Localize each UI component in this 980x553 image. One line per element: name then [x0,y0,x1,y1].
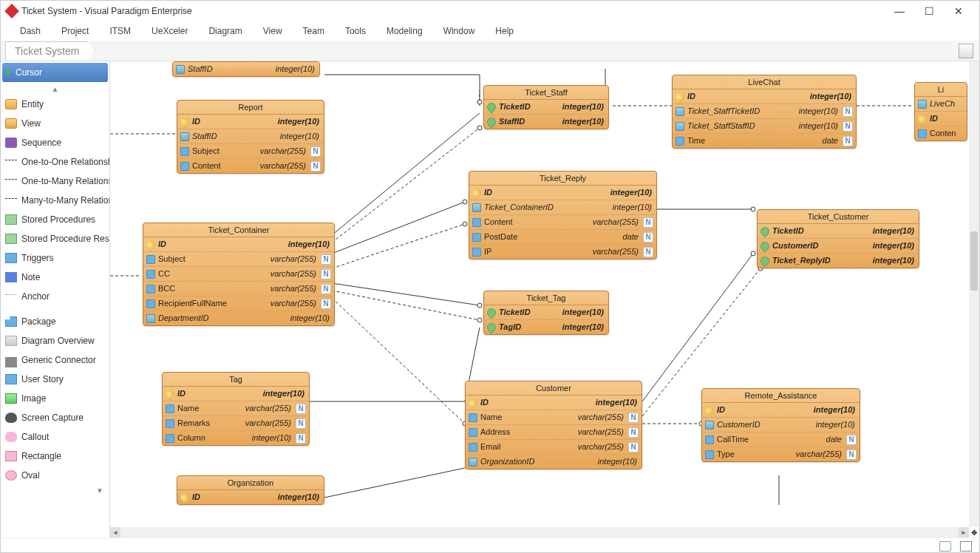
palette-anchor[interactable]: Anchor [1,287,109,306]
palette-note[interactable]: Note [1,268,109,287]
horizontal-scrollbar[interactable]: ◄ ► [110,527,969,537]
palette-cursor[interactable]: Cursor [2,63,108,82]
entity-column-row[interactable]: TagIDinteger(10) [484,320,608,334]
edit-icon[interactable] [960,541,972,552]
menu-team[interactable]: Team [293,23,335,39]
palette-triggers[interactable]: Triggers [1,248,109,268]
palette-sequence[interactable]: Sequence [1,133,109,152]
breadcrumb-right-button[interactable] [959,44,973,58]
palette-user-story[interactable]: User Story [1,370,109,389]
menu-help[interactable]: Help [485,23,524,39]
vertical-scrollbar[interactable] [969,61,979,527]
palette-one-to-one[interactable]: One-to-One Relationship [1,152,109,172]
entity-column-row[interactable]: CallTimedateN [702,432,860,447]
entity-column-row[interactable]: CustomerIDinteger(10) [758,239,919,254]
entity-column-row[interactable]: IDinteger(10) [702,403,860,418]
entity-column-row[interactable]: TicketIDinteger(10) [484,305,608,320]
entity-report[interactable]: ReportIDinteger(10)StaffIDinteger(10)Sub… [177,100,324,174]
entity-column-row[interactable]: IDinteger(10) [143,237,334,252]
entity-ticket-tag[interactable]: Ticket_TagTicketIDinteger(10)TagIDintege… [483,291,609,335]
palette-oval[interactable]: Oval [1,466,109,485]
palette-rectangle[interactable]: Rectangle [1,447,109,466]
entity-column-row[interactable]: ID [915,112,967,126]
palette-view[interactable]: View [1,114,109,133]
entity-column-row[interactable]: CCvarchar(255)N [143,267,334,282]
maximize-button[interactable]: ☐ [914,1,944,21]
entity-customer[interactable]: CustomerIDinteger(10)Namevarchar(255)NAd… [465,381,642,469]
minimize-button[interactable]: — [885,1,914,21]
palette-stored-proc-result[interactable]: Stored Procedure Resultset [1,229,109,248]
entity-tag[interactable]: TagIDinteger(10)Namevarchar(255)NRemarks… [162,372,310,446]
menu-dash[interactable]: Dash [10,23,51,39]
entity-column-row[interactable]: IDinteger(10) [177,490,324,504]
entity-column-row[interactable]: TicketIDinteger(10) [758,224,919,239]
entity-column-row[interactable]: OrganizationIDinteger(10) [466,455,642,469]
palette-collapse-up[interactable]: ▲ [1,84,109,95]
entity-column-row[interactable]: Ticket_ReplyIDinteger(10) [758,254,919,268]
palette-package[interactable]: Package [1,312,109,331]
entity-ticket-container[interactable]: Ticket_ContainerIDinteger(10)Subjectvarc… [143,223,335,326]
diagram-canvas[interactable]: StaffIDinteger(10) ReportIDinteger(10)St… [110,61,967,520]
palette-one-to-many[interactable]: One-to-Many Relationship [1,172,109,191]
menu-itsm[interactable]: ITSM [99,23,141,39]
entity-ticket-customer[interactable]: Ticket_CustomerTicketIDinteger(10)Custom… [757,209,919,268]
entity-column-row[interactable]: IPvarchar(255)N [469,245,656,259]
pan-navigator-icon[interactable]: ✥ [969,527,979,537]
palette-screen-capture[interactable]: Screen Capture [1,408,109,427]
menu-project[interactable]: Project [51,23,99,39]
entity-ticket-reply[interactable]: Ticket_ReplyIDinteger(10)Ticket_Containe… [469,171,657,259]
entity-column-row[interactable]: Ticket_StaffTicketIDinteger(10)N [673,104,856,119]
menu-uexceler[interactable]: UeXceler [141,23,198,39]
palette-callout[interactable]: Callout [1,427,109,447]
entity-column-row[interactable]: Subjectvarchar(255)N [177,144,324,159]
entity-column-row[interactable]: Columninteger(10)N [163,431,309,445]
menu-modeling[interactable]: Modeling [376,23,433,39]
entity-column-row[interactable]: TicketIDinteger(10) [484,100,608,115]
scroll-right-button[interactable]: ► [959,527,969,537]
entity-partial-right[interactable]: LiLiveChIDConten [914,82,967,141]
mail-icon[interactable] [939,541,951,552]
entity-column-row[interactable]: BCCvarchar(255)N [143,282,334,296]
entity-column-row[interactable]: Contentvarchar(255)N [469,215,656,230]
entity-column-row[interactable]: IDinteger(10) [673,89,856,104]
palette-collapse-down[interactable]: ▼ [1,485,109,496]
entity-column-row[interactable]: DepartmentIDinteger(10) [143,311,334,325]
entity-column-row[interactable]: Ticket_ContainerIDinteger(10) [469,200,656,215]
entity-column-row[interactable]: LiveCh [915,97,967,112]
entity-livechat[interactable]: LiveChatIDinteger(10)Ticket_StaffTicketI… [672,75,857,149]
palette-generic-connector[interactable]: Generic Connector [1,350,109,370]
entity-column-row[interactable]: IDinteger(10) [177,115,324,129]
entity-column-row[interactable]: Namevarchar(255)N [466,410,642,425]
entity-column-row[interactable]: Typevarchar(255)N [702,447,860,461]
entity-column-row[interactable]: Remarksvarchar(255)N [163,416,309,431]
entity-ticket-staff[interactable]: Ticket_StaffTicketIDinteger(10)StaffIDin… [483,85,609,129]
palette-image[interactable]: Image [1,389,109,408]
palette-many-to-many[interactable]: Many-to-Many Relationship [1,191,109,210]
entity-column-row[interactable]: IDinteger(10) [163,387,309,401]
entity-column-row[interactable]: CustomerIDinteger(10) [702,418,860,432]
close-button[interactable]: ✕ [944,1,973,21]
breadcrumb-tab[interactable]: Ticket System [5,41,95,60]
entity-remote-assistance[interactable]: Remote_AssistanceIDinteger(10)CustomerID… [701,388,860,462]
entity-partial-top[interactable]: StaffIDinteger(10) [172,61,320,77]
entity-column-row[interactable]: IDinteger(10) [466,396,642,410]
entity-column-row[interactable]: StaffIDinteger(10) [173,62,319,76]
scroll-left-button[interactable]: ◄ [110,527,120,537]
menu-tools[interactable]: Tools [335,23,376,39]
entity-column-row[interactable]: Ticket_StaffStaffIDinteger(10)N [673,119,856,134]
entity-column-row[interactable]: PostDatedateN [469,230,656,245]
entity-organization[interactable]: OrganizationIDinteger(10) [177,475,324,505]
entity-column-row[interactable]: Emailvarchar(255)N [466,440,642,455]
entity-column-row[interactable]: Conten [915,126,967,140]
palette-diagram-overview[interactable]: Diagram Overview [1,331,109,350]
palette-entity[interactable]: Entity [1,95,109,114]
entity-column-row[interactable]: RecipientFullNamevarchar(255)N [143,296,334,311]
menu-diagram[interactable]: Diagram [198,23,252,39]
palette-stored-proc[interactable]: Stored Procedures [1,210,109,229]
entity-column-row[interactable]: TimedateN [673,134,856,148]
entity-column-row[interactable]: Namevarchar(255)N [163,401,309,416]
entity-column-row[interactable]: IDinteger(10) [469,186,656,200]
menu-window[interactable]: Window [433,23,486,39]
entity-column-row[interactable]: Subjectvarchar(255)N [143,252,334,267]
entity-column-row[interactable]: Contentvarchar(255)N [177,159,324,173]
